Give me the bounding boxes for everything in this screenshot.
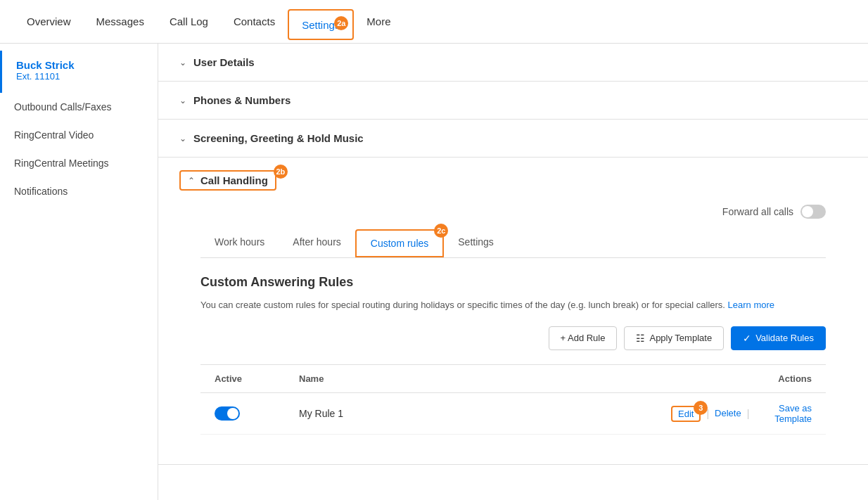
nav-overview[interactable]: Overview	[14, 0, 84, 44]
call-handling-section: ⌃ Call Handling 2b Forward all calls Wor…	[158, 158, 868, 465]
nav-more[interactable]: More	[354, 0, 403, 44]
forward-all-row: Forward all calls	[200, 205, 826, 219]
learn-more-link[interactable]: Learn more	[728, 300, 774, 310]
delete-button[interactable]: Delete	[715, 408, 741, 418]
add-rule-button[interactable]: + Add Rule	[549, 326, 618, 350]
call-handling-header-wrap[interactable]: ⌃ Call Handling 2b	[179, 170, 276, 191]
rules-table: Active Name Actions My Rule 1 Edit	[200, 364, 826, 435]
row-actions-group: Edit 3 | Delete | Save as Template	[671, 403, 812, 424]
action-buttons: + Add Rule ☷ Apply Template ✓ Validate R…	[200, 326, 826, 350]
row-name-cell: My Rule 1	[299, 408, 671, 419]
edit-badge: 3	[694, 401, 708, 415]
tabs-row: Work hours After hours Custom rules 2c S…	[200, 229, 826, 258]
validate-icon: ✓	[743, 333, 751, 344]
phones-numbers-header[interactable]: ⌄ Phones & Numbers	[179, 94, 847, 106]
apply-template-icon: ☷	[636, 333, 645, 344]
col-active-header: Active	[215, 373, 299, 384]
call-handling-chevron: ⌃	[188, 176, 195, 186]
phones-numbers-title: Phones & Numbers	[193, 94, 291, 106]
sidebar-user[interactable]: Buck Strick Ext. 11101	[0, 51, 158, 93]
top-nav: Overview Messages Call Log Contacts Sett…	[0, 0, 868, 44]
validate-rules-button[interactable]: ✓ Validate Rules	[731, 326, 826, 350]
edit-wrap: Edit 3	[671, 408, 701, 419]
sidebar: Buck Strick Ext. 11101 Outbound Calls/Fa…	[0, 44, 158, 500]
user-details-header[interactable]: ⌄ User Details	[179, 56, 847, 68]
user-details-title: User Details	[193, 56, 255, 68]
settings-badge: 2a	[334, 16, 348, 30]
custom-rules-title: Custom Answering Rules	[200, 275, 826, 290]
call-handling-badge: 2b	[274, 165, 288, 179]
tabs-area: Forward all calls Work hours After hours…	[179, 191, 847, 258]
call-handling-title: Call Handling	[200, 174, 268, 186]
col-actions-header: Actions	[671, 373, 812, 384]
row-actions-cell: Edit 3 | Delete | Save as Template	[671, 403, 812, 424]
sidebar-item-meetings[interactable]: RingCentral Meetings	[0, 149, 158, 177]
phones-numbers-chevron: ⌄	[179, 96, 186, 105]
main-content: ⌄ User Details ⌄ Phones & Numbers ⌄ Scre…	[158, 44, 868, 500]
sidebar-item-notifications[interactable]: Notifications	[0, 177, 158, 205]
user-name: Buck Strick	[16, 59, 143, 71]
tab-custom-rules[interactable]: Custom rules 2c	[355, 229, 444, 257]
sidebar-item-video[interactable]: RingCentral Video	[0, 121, 158, 149]
phones-numbers-section: ⌄ Phones & Numbers	[158, 82, 868, 120]
nav-settings[interactable]: Settings 2a	[288, 9, 354, 40]
custom-rules-content: Custom Answering Rules You can create cu…	[179, 258, 847, 451]
table-header: Active Name Actions	[200, 365, 826, 393]
call-handling-box[interactable]: ⌃ Call Handling 2b	[179, 170, 276, 191]
tab-after-hours[interactable]: After hours	[279, 229, 355, 257]
nav-messages[interactable]: Messages	[84, 0, 157, 44]
apply-template-button[interactable]: ☷ Apply Template	[624, 326, 724, 350]
tab-settings[interactable]: Settings	[444, 229, 508, 257]
tab-work-hours[interactable]: Work hours	[200, 229, 279, 257]
custom-rules-description: You can create custom rules for special …	[200, 298, 826, 312]
screening-header[interactable]: ⌄ Screening, Greeting & Hold Music	[179, 132, 847, 144]
row-active-cell	[215, 406, 299, 421]
col-name-header: Name	[299, 373, 671, 384]
save-as-template-button[interactable]: Save as Template	[755, 403, 812, 424]
nav-call-log[interactable]: Call Log	[157, 0, 221, 44]
sidebar-item-outbound[interactable]: Outbound Calls/Faxes	[0, 93, 158, 121]
forward-all-label: Forward all calls	[722, 206, 793, 217]
rule-active-toggle[interactable]	[215, 406, 240, 421]
screening-chevron: ⌄	[179, 134, 186, 143]
screening-section: ⌄ Screening, Greeting & Hold Music	[158, 120, 868, 158]
user-details-chevron: ⌄	[179, 58, 186, 68]
main-layout: Buck Strick Ext. 11101 Outbound Calls/Fa…	[0, 44, 868, 500]
user-details-section: ⌄ User Details	[158, 44, 868, 82]
screening-title: Screening, Greeting & Hold Music	[193, 132, 364, 144]
table-row: My Rule 1 Edit 3 | Delete | Save as Te	[200, 393, 826, 435]
forward-all-toggle[interactable]	[800, 205, 826, 219]
sep-2: |	[747, 408, 750, 419]
user-ext: Ext. 11101	[16, 71, 143, 82]
nav-contacts[interactable]: Contacts	[221, 0, 288, 44]
